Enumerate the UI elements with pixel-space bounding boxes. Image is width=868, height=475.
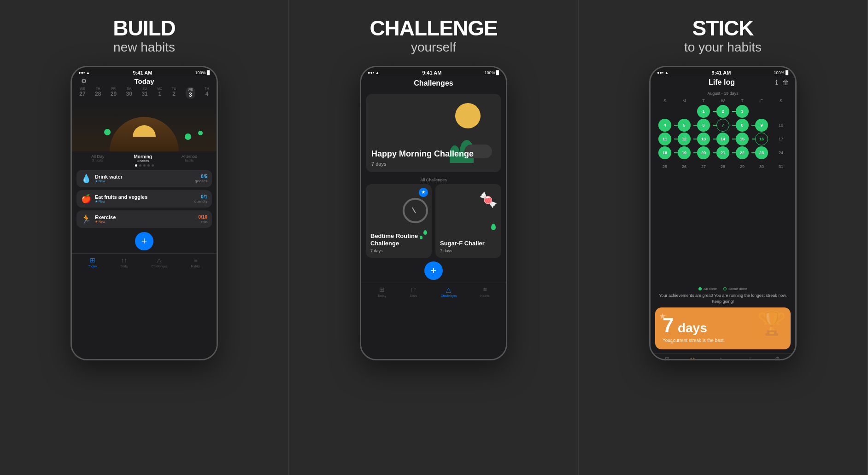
cal-day-w: W (716, 98, 729, 103)
habit-exercise[interactable]: 🏃 Exercise ★ New 0/10 min (76, 210, 212, 228)
challenges-icon-2: △ (446, 286, 451, 293)
cal-day-22[interactable]: 22 (736, 146, 749, 159)
cal-day-14[interactable]: 14 (716, 133, 729, 145)
cal-day-23[interactable]: 23 (755, 146, 768, 159)
nav-challenges-1[interactable]: △ Challenges (151, 256, 167, 268)
cal-day-6[interactable]: 6 (697, 119, 710, 132)
habit-fruits[interactable]: 🍎 Eat fruits and veggies ★ New 0/1 quant… (76, 190, 212, 208)
nav-today-3[interactable]: ⊞ Today (663, 356, 671, 360)
cal-day-11[interactable]: 11 (658, 133, 671, 145)
main-challenge-card[interactable]: Happy Morning Challenge 7 days (366, 94, 501, 172)
panel3-subheading: to your habits (684, 40, 762, 55)
cal-day-15[interactable]: 15 (736, 133, 749, 145)
habits-icon-1: ≡ (194, 256, 197, 264)
status-bar-1: ●●▪ ▲ 9:41 AM 100% ▉ (72, 67, 217, 76)
cal-day-12[interactable]: 12 (678, 133, 691, 145)
status-bar-2: ●●▪ ▲ 9:41 AM 100% ▉ (361, 67, 506, 76)
streak-banner: ★ ★ 7 days Your current streak is the be… (655, 307, 791, 349)
tab-allday[interactable]: All Day3 habits (91, 154, 105, 162)
clock-hand-1 (412, 207, 416, 213)
cal-day-27: 27 (697, 160, 710, 173)
sugar-icon: 🍬 (479, 191, 498, 209)
today-icon-3: ⊞ (665, 356, 669, 360)
nav-today-1[interactable]: ⊞ Today (88, 256, 97, 268)
stats-icon-1: ↑↑ (121, 256, 127, 264)
nav-settings-3[interactable]: ⚙ Settings (772, 356, 782, 360)
month-label: August - 19 days (655, 91, 791, 96)
cal-row-5: 25 26 27 28 29 30 31 (655, 160, 791, 173)
today-title: Today (134, 77, 154, 85)
challenge-row: ★ Bedtime Routine Challenge 7 days (366, 184, 501, 258)
habit-water[interactable]: 💧 Drink water ★ New 0/5 glasses (76, 170, 212, 187)
cal-day-3[interactable]: 3 (736, 105, 749, 118)
all-challenges-label: All Challenges (361, 175, 506, 184)
challenge-sugar[interactable]: 🍬 Sugar-F Challer 7 days (435, 184, 501, 258)
challenges-icon-1: △ (157, 256, 162, 264)
time-2: 9:41 AM (422, 70, 442, 75)
habits-icon-3: ≡ (748, 356, 751, 360)
day-th4: TH4 (205, 87, 209, 99)
cal-legend: All done Some done (651, 287, 795, 291)
cal-day-21[interactable]: 21 (716, 146, 729, 159)
settings-icon-3: ⚙ (775, 356, 780, 360)
time-3: 9:41 AM (712, 70, 731, 75)
nav-challenges-2[interactable]: △ Challenges (440, 286, 457, 297)
cal-day-29: 29 (736, 160, 749, 173)
cal-day-4[interactable]: 4 (658, 119, 671, 132)
p2-header: Challenges (361, 76, 506, 91)
cal-day-1[interactable]: 1 (697, 105, 710, 118)
nav-today-2[interactable]: ⊞ Today (378, 286, 387, 297)
main-challenge-days: 7 days (371, 161, 496, 167)
nav-habits-1[interactable]: ≡ Habits (191, 256, 200, 268)
dot-1 (135, 164, 137, 167)
add-challenge-button[interactable]: + (424, 261, 443, 280)
phone-1: ●●▪ ▲ 9:41 AM 100% ▉ ⚙ Today WE27 TH28 F… (70, 66, 218, 360)
info-icon[interactable]: ℹ (775, 79, 778, 86)
cal-day-s2: S (774, 98, 787, 103)
habit-water-badge: ★ New (95, 180, 191, 183)
nav-stats-2[interactable]: ↑↑ Stats (410, 286, 417, 297)
cal-day-t2: T (736, 98, 749, 103)
bedtime-challenge-name: Bedtime Routine Challenge (370, 232, 427, 247)
bottom-nav-1: ⊞ Today ↑↑ Stats △ Challenges ≡ Habits (72, 253, 217, 271)
cal-day-s1: S (658, 98, 671, 103)
nav-challenges-3[interactable]: △ Challenges (714, 356, 727, 360)
cal-day-2[interactable]: 2 (716, 105, 729, 118)
habit-exercise-info: Exercise ★ New (95, 214, 195, 224)
dot-green-3 (198, 131, 203, 135)
cal-day-9[interactable]: 9 (755, 119, 768, 132)
delete-icon[interactable]: 🗑 (782, 79, 789, 86)
cal-row-2: 4 5 6 7 8 9 10 (655, 119, 791, 132)
challenge-bedtime[interactable]: ★ Bedtime Routine Challenge 7 days (366, 184, 432, 258)
day-we3-active[interactable]: WE3 (186, 87, 195, 99)
today-icon-1: ⊞ (90, 256, 95, 264)
panel2-subheading: yourself (411, 40, 456, 55)
dot-3 (143, 164, 146, 167)
nav-habits-2[interactable]: ≡ Habits (481, 286, 490, 297)
cal-row-1: 1 2 3 (655, 105, 791, 118)
dot-5 (152, 164, 154, 167)
cal-day-18[interactable]: 18 (658, 146, 671, 159)
settings-icon-1[interactable]: ⚙ (81, 77, 87, 85)
habit-exercise-count: 0/10 min (199, 214, 207, 224)
cal-day-13[interactable]: 13 (697, 133, 710, 145)
cal-day-16[interactable]: 16 (755, 133, 768, 145)
cal-day-20[interactable]: 20 (697, 146, 710, 159)
calendar-section: August - 19 days S M T W T F S 1 (651, 89, 795, 284)
tab-afternoon[interactable]: Afternoohabits (182, 154, 197, 162)
cal-day-m: M (678, 98, 691, 103)
habit-fruits-name: Eat fruits and veggies (95, 194, 191, 200)
day-su31: SU31 (141, 87, 147, 99)
nav-habits-3[interactable]: ≡ Habits (746, 356, 754, 360)
add-habit-button[interactable]: + (135, 232, 153, 250)
drop-shape-3 (491, 224, 496, 230)
tab-morning[interactable]: Morning3 habits (134, 154, 152, 162)
cal-day-25: 25 (658, 160, 671, 173)
cal-day-5[interactable]: 5 (678, 119, 691, 132)
cal-day-7[interactable]: 7 (716, 119, 729, 132)
cal-day-19[interactable]: 19 (678, 146, 691, 159)
nav-stats-1[interactable]: ↑↑ Stats (120, 256, 128, 268)
nav-stats-3[interactable]: ↑↑ Stats (689, 356, 696, 360)
cal-day-8[interactable]: 8 (736, 119, 749, 132)
day-row: WE27 TH28 FR29 SA30 SU31 MO1 TU2 WE3 TH4 (72, 86, 217, 101)
